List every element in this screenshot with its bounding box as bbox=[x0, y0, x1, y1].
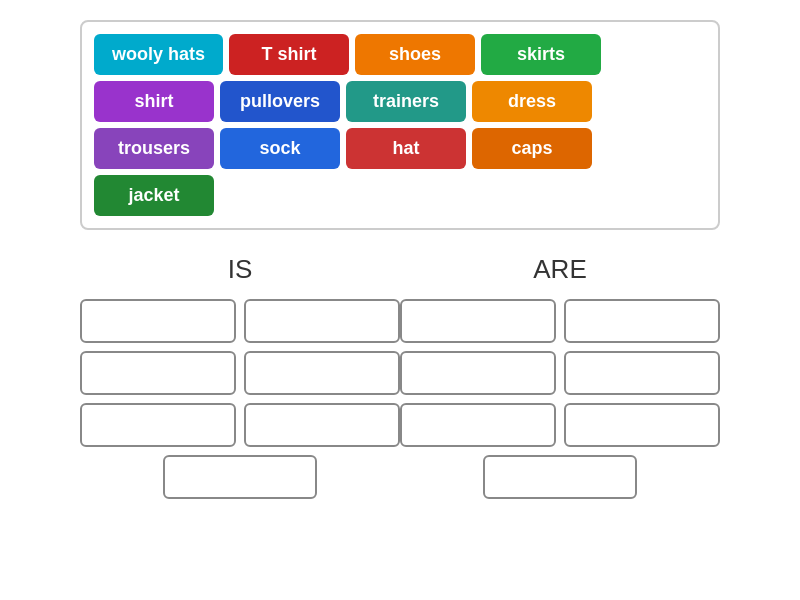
is-drop-grid bbox=[80, 299, 400, 447]
word-jacket[interactable]: jacket bbox=[94, 175, 214, 216]
word-skirts[interactable]: skirts bbox=[481, 34, 601, 75]
word-wooly-hats[interactable]: wooly hats bbox=[94, 34, 223, 75]
is-column: IS bbox=[80, 254, 400, 499]
are-drop-5[interactable] bbox=[400, 403, 556, 447]
word-bank: wooly hats T shirt shoes skirts shirt pu… bbox=[80, 20, 720, 230]
word-caps[interactable]: caps bbox=[472, 128, 592, 169]
is-drop-6[interactable] bbox=[244, 403, 400, 447]
word-trainers[interactable]: trainers bbox=[346, 81, 466, 122]
is-drop-2[interactable] bbox=[244, 299, 400, 343]
is-drop-1[interactable] bbox=[80, 299, 236, 343]
word-trousers[interactable]: trousers bbox=[94, 128, 214, 169]
are-drop-grid bbox=[400, 299, 720, 447]
is-drop-3[interactable] bbox=[80, 351, 236, 395]
word-sock[interactable]: sock bbox=[220, 128, 340, 169]
are-drop-7[interactable] bbox=[483, 455, 637, 499]
sort-section: IS ARE bbox=[80, 254, 720, 499]
are-drop-2[interactable] bbox=[564, 299, 720, 343]
main-container: wooly hats T shirt shoes skirts shirt pu… bbox=[0, 0, 800, 519]
are-last-row bbox=[400, 455, 720, 499]
word-pullovers[interactable]: pullovers bbox=[220, 81, 340, 122]
word-shirt[interactable]: shirt bbox=[94, 81, 214, 122]
is-drop-5[interactable] bbox=[80, 403, 236, 447]
is-drop-7[interactable] bbox=[163, 455, 317, 499]
are-drop-4[interactable] bbox=[564, 351, 720, 395]
word-tshirt[interactable]: T shirt bbox=[229, 34, 349, 75]
word-shoes[interactable]: shoes bbox=[355, 34, 475, 75]
is-drop-4[interactable] bbox=[244, 351, 400, 395]
word-dress[interactable]: dress bbox=[472, 81, 592, 122]
are-heading: ARE bbox=[533, 254, 586, 285]
are-drop-3[interactable] bbox=[400, 351, 556, 395]
are-column: ARE bbox=[400, 254, 720, 499]
are-drop-6[interactable] bbox=[564, 403, 720, 447]
is-last-row bbox=[80, 455, 400, 499]
are-drop-1[interactable] bbox=[400, 299, 556, 343]
is-heading: IS bbox=[228, 254, 253, 285]
word-hat[interactable]: hat bbox=[346, 128, 466, 169]
